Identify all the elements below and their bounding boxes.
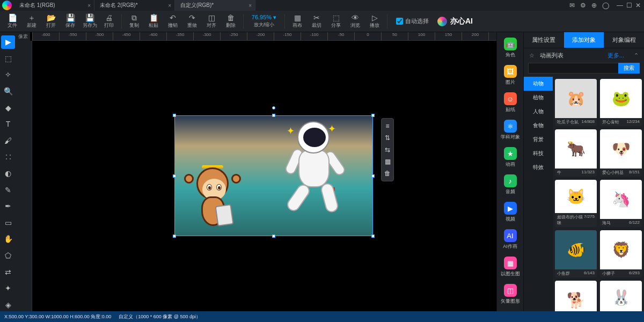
float-tool-button[interactable]: ≡ (382, 120, 393, 132)
left-tool[interactable]: T (1, 118, 15, 131)
panel-tab[interactable]: 属性设置 (524, 32, 564, 48)
toolbar-文件[interactable]: 📄文件 (3, 11, 21, 32)
document-tab[interactable]: 未命名 1(RGB)× (14, 0, 94, 11)
rotate-handle[interactable] (272, 106, 275, 109)
resize-handle[interactable] (371, 235, 375, 238)
left-tool[interactable]: 🔍 (1, 85, 15, 98)
monkey-character[interactable] (188, 163, 237, 233)
toolbar-浏览[interactable]: 👁浏览 (346, 11, 364, 32)
panel-tab[interactable]: 对象编程 (604, 32, 644, 48)
float-tool-button[interactable]: ⇅ (382, 132, 393, 144)
left-tool[interactable]: ⬚ (1, 52, 15, 65)
asset-card[interactable]: 🐕奔跑的5/145 (555, 281, 597, 311)
document-tab[interactable]: 未命名 2(RGB)*× (94, 0, 175, 11)
category-item[interactable]: 特效 (524, 160, 553, 174)
toolbar-画布[interactable]: ▦画布 (288, 11, 306, 32)
asset-card[interactable]: 🦄海马6/122 (600, 180, 642, 227)
toolbar-分享[interactable]: ⬚分享 (327, 11, 345, 32)
category-item[interactable]: 食物 (524, 119, 553, 133)
resize-handle[interactable] (173, 114, 176, 117)
asset-card[interactable]: 🐹吃瓜子仓鼠14/808 (555, 79, 597, 126)
float-tool-button[interactable]: ⇆ (382, 144, 393, 156)
toolbar-打开[interactable]: 📂打开 (42, 11, 60, 32)
toolbar-裁切[interactable]: ✂裁切 (308, 11, 326, 32)
category-item[interactable]: 背景 (524, 133, 553, 147)
rail-矢量图形[interactable]: ◫矢量图形 (499, 282, 522, 307)
toolbar-打印[interactable]: 🖨打印 (100, 11, 118, 32)
resize-handle[interactable] (272, 235, 275, 238)
resize-handle[interactable] (371, 114, 375, 117)
more-link[interactable]: 更多... (608, 52, 624, 60)
rail-图片[interactable]: 🖼图片 (499, 63, 522, 88)
favorite-icon[interactable]: ☆ (529, 52, 535, 59)
float-tool-button[interactable]: 🗑 (382, 167, 393, 179)
resize-handle[interactable] (173, 174, 176, 178)
title-icon[interactable]: ◯ (602, 2, 609, 9)
maximize-button[interactable]: ☐ (626, 2, 632, 9)
left-tool[interactable]: ▭ (1, 216, 15, 230)
resize-handle[interactable] (173, 235, 176, 238)
toolbar-播放[interactable]: ▷播放 (365, 11, 384, 32)
tab-close-icon[interactable]: × (168, 3, 171, 9)
category-item[interactable]: 科技 (524, 147, 553, 160)
rail-学科对象[interactable]: ⚛学科对象 (499, 118, 522, 143)
category-item[interactable]: 植物 (524, 91, 553, 105)
zoom-value[interactable]: 76.95% ▾ (248, 14, 280, 21)
canvas-area[interactable]: 像素 -600-550-500-450-400-350-300-250-200-… (16, 32, 496, 311)
left-tool[interactable]: ⸬ (1, 150, 15, 164)
toolbar-删除[interactable]: 🗑删除 (222, 11, 240, 32)
rail-以图生图[interactable]: ▦以图生图 (499, 254, 522, 280)
asset-card[interactable]: 🐰背萝卜的小兔子5/749 (600, 281, 642, 311)
toolbar-复制[interactable]: ⧉复制 (125, 11, 143, 32)
rail-贴纸[interactable]: ☺贴纸 (499, 90, 522, 115)
rail-角色[interactable]: 🤖角色 (499, 35, 522, 61)
minimize-button[interactable]: — (617, 2, 623, 9)
toolbar-重做[interactable]: ↷重做 (183, 11, 201, 32)
search-button[interactable]: 搜索 (618, 63, 640, 74)
close-button[interactable]: ✕ (635, 2, 641, 9)
category-item[interactable]: 人物 (524, 105, 553, 119)
left-tool[interactable]: ⬠ (1, 249, 15, 262)
tab-close-icon[interactable]: × (87, 3, 91, 9)
collapse-icon[interactable]: ⌃ (634, 52, 639, 59)
title-icon[interactable]: ⚙ (580, 2, 586, 9)
asset-card[interactable]: 🐱超级布的小猫咪7/275 (555, 180, 597, 227)
search-input[interactable] (528, 63, 618, 74)
rail-视频[interactable]: ▶视频 (499, 200, 522, 225)
left-tool[interactable]: ⇄ (1, 265, 15, 279)
toolbar-粘贴[interactable]: 📋粘贴 (144, 11, 163, 32)
resize-handle[interactable] (371, 174, 375, 178)
selected-canvas-object[interactable]: ✦✦ (174, 115, 373, 236)
rail-动画[interactable]: ★动画 (499, 145, 522, 170)
asset-card[interactable]: 🐸开心青蛙12/234 (600, 79, 642, 126)
left-tool[interactable]: ✒ (1, 200, 15, 213)
asset-card[interactable]: 🐶爱心小柯基8/151 (600, 129, 642, 177)
toolbar-撤销[interactable]: ↶撤销 (164, 11, 182, 32)
left-tool[interactable]: ✧ (1, 68, 15, 82)
title-icon[interactable]: ✉ (569, 2, 575, 9)
tab-close-icon[interactable]: × (248, 3, 252, 9)
toolbar-对齐[interactable]: ◫对齐 (202, 11, 221, 32)
auto-select-toggle[interactable]: 自动选择 (396, 17, 429, 25)
ai-brand[interactable]: 亦心AI (437, 17, 473, 26)
left-tool[interactable]: ◆ (1, 101, 15, 114)
panel-tab[interactable]: 添加对象 (564, 32, 604, 48)
astronaut-character[interactable]: ✦✦ (281, 119, 351, 215)
rail-AI作画[interactable]: AIAI作画 (499, 227, 522, 252)
title-icon[interactable]: ⊕ (591, 2, 597, 9)
asset-card[interactable]: 🐠小鱼群6/143 (555, 230, 597, 277)
asset-grid[interactable]: 🐹吃瓜子仓鼠14/808🐸开心青蛙12/234🐂牛11/323🐶爱心小柯基8/1… (553, 77, 644, 311)
left-tool[interactable]: ✦ (1, 282, 15, 295)
left-tool[interactable]: ✋ (1, 232, 15, 246)
category-item[interactable]: 动物 (524, 77, 553, 91)
left-tool[interactable]: ◐ (1, 167, 15, 180)
toolbar-新建[interactable]: ＋新建 (23, 11, 41, 32)
left-tool[interactable]: ◈ (1, 298, 15, 312)
left-tool[interactable]: 🖌 (1, 134, 15, 148)
rail-音频[interactable]: ♪音频 (499, 172, 522, 197)
left-tool[interactable]: ▶ (1, 35, 15, 49)
resize-handle[interactable] (272, 114, 275, 117)
left-tool[interactable]: ✎ (1, 183, 15, 196)
toolbar-保存[interactable]: 💾保存 (61, 11, 79, 32)
float-tool-button[interactable]: ▦ (382, 156, 393, 167)
